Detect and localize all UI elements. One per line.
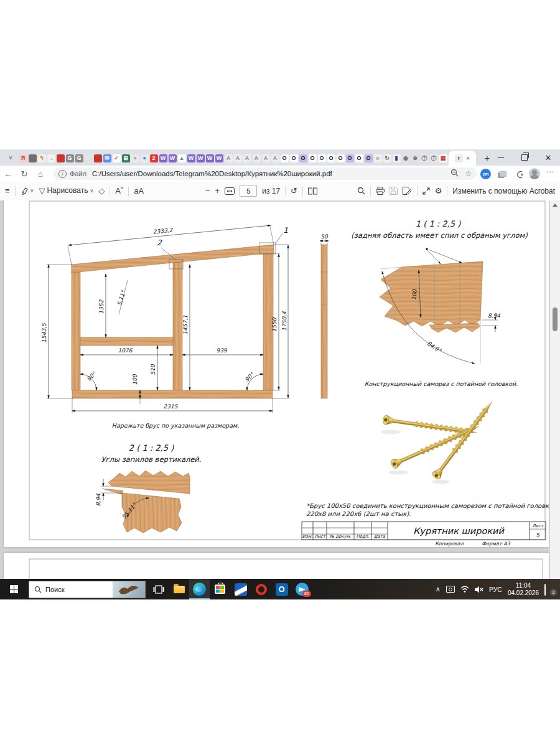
edit-with-acrobat-button[interactable]: Изменить с помощью Acrobat xyxy=(452,187,555,195)
toc-icon[interactable]: ≡ xyxy=(5,187,10,195)
task-view-button[interactable] xyxy=(148,579,169,599)
url-text[interactable]: C:/Users/user/Downloads/Telegram%20Deskt… xyxy=(92,170,444,177)
browser-tab-sheets-site[interactable]: ⊞ xyxy=(121,151,130,165)
clock[interactable]: 11:04 04.02.2026 xyxy=(508,582,539,597)
save-as-icon[interactable] xyxy=(403,187,412,195)
tray-chevron-icon[interactable]: ∧ xyxy=(436,585,441,593)
tray-display-icon[interactable] xyxy=(446,586,455,593)
page-info-icon[interactable]: i xyxy=(58,170,67,178)
vertical-scrollbar[interactable] xyxy=(549,200,560,579)
browser-tab-font-site[interactable]: A xyxy=(233,151,242,165)
language-indicator[interactable]: РУС xyxy=(489,586,502,593)
browser-tab-o-site-purple[interactable]: O xyxy=(299,151,307,165)
restore-button[interactable] xyxy=(513,149,536,166)
page-view-icon[interactable] xyxy=(308,187,317,195)
browser-tab-yandex[interactable]: Я xyxy=(19,151,27,165)
browser-tab-word-doc[interactable]: W xyxy=(215,151,223,165)
browser-tab-gray-globe-site[interactable]: ⊕ xyxy=(411,151,419,165)
zoom-in-icon[interactable]: + xyxy=(215,187,220,195)
highlighter-dropdown-icon[interactable]: ∨ xyxy=(30,187,34,195)
close-button[interactable]: ✕ xyxy=(536,149,560,166)
browser-tab-arrow-site[interactable]: → xyxy=(47,151,55,165)
browser-tab-font-site[interactable]: A xyxy=(271,151,279,165)
rotate-icon[interactable]: ↺ xyxy=(291,187,297,195)
eraser-icon[interactable]: ◇ xyxy=(98,187,105,195)
tab-close-icon[interactable]: × xyxy=(466,155,470,162)
print-icon[interactable] xyxy=(376,187,385,195)
search-highlight-image[interactable] xyxy=(113,581,145,598)
browser-tab-refresh-site[interactable]: ↻ xyxy=(383,151,391,165)
start-button[interactable] xyxy=(0,579,29,599)
browser-tab-word-doc[interactable]: W xyxy=(196,151,205,165)
browser-tab-pale-site[interactable] xyxy=(84,151,93,165)
browser-menu-icon[interactable]: ⋯ xyxy=(546,167,554,176)
draw-dropdown-icon[interactable]: ∨ xyxy=(90,187,93,195)
browser-tab-drive-site[interactable]: ▲ xyxy=(177,151,186,165)
reload-icon[interactable]: ↻ xyxy=(16,169,32,179)
add-text-icon[interactable]: Aˆ xyxy=(115,187,123,195)
store-button[interactable] xyxy=(210,579,230,599)
taskbar-search-input[interactable]: Поиск xyxy=(29,581,146,598)
search-document-icon[interactable] xyxy=(357,187,365,195)
settings-gear-icon[interactable]: ⚙ xyxy=(435,187,442,195)
tab-search-button[interactable]: ∨ xyxy=(4,151,17,164)
fullscreen-icon[interactable] xyxy=(422,187,430,195)
browser-tab-o-site[interactable]: O xyxy=(289,151,298,165)
browser-tab-gray-site[interactable] xyxy=(28,151,37,165)
minimize-button[interactable] xyxy=(489,149,513,166)
browser-tab-t-circle-site[interactable]: Ⓣ xyxy=(420,151,429,165)
browser-tab-t-circle-site[interactable]: Ⓣ xyxy=(429,151,438,165)
browser-tab-word-doc[interactable]: W xyxy=(159,151,167,165)
fit-width-icon[interactable] xyxy=(225,187,235,195)
volume-muted-icon[interactable] xyxy=(475,586,483,593)
browser-tab-check-site[interactable]: ✓ xyxy=(112,151,121,165)
draw-button[interactable]: ▽ Нарисовать ∨ xyxy=(39,187,93,195)
file-explorer-button[interactable] xyxy=(169,579,189,599)
browser-tab-font-site[interactable]: A xyxy=(224,151,233,165)
browser-tab-red-site[interactable] xyxy=(56,151,65,165)
browser-tab-word-doc[interactable]: W xyxy=(168,151,177,165)
browser-tab-orange-arrow-site[interactable]: ↰ xyxy=(37,151,46,165)
browser-tab-small-o-site[interactable]: o xyxy=(373,151,382,165)
browser-tab-o-site[interactable]: O xyxy=(280,151,289,165)
browser-essentials-icon[interactable] xyxy=(515,170,524,177)
favorite-star-icon[interactable]: ☆ xyxy=(465,169,472,178)
browser-tab-red-2-site[interactable]: 2 xyxy=(149,151,158,165)
browser-tab-circle-site[interactable]: ● xyxy=(131,151,139,165)
active-tab[interactable]: т × xyxy=(449,151,476,166)
browser-tab-red-site[interactable] xyxy=(93,151,102,165)
action-center-button[interactable]: 2 xyxy=(544,585,555,594)
browser-tab-blue-ball-site[interactable]: ● xyxy=(140,151,149,165)
browser-tab-o-site-purple[interactable]: O xyxy=(364,151,373,165)
browser-tab-mail-site[interactable]: ✉ xyxy=(103,151,111,165)
browser-tab-o-site-purple[interactable]: O xyxy=(345,151,354,165)
browser-tab-o-site[interactable]: O xyxy=(308,151,317,165)
blue-app-button[interactable] xyxy=(230,579,251,599)
browser-tab-gray-g-site[interactable]: G xyxy=(65,151,74,165)
scrollbar-thumb[interactable] xyxy=(553,308,558,331)
browser-tab-o-site[interactable]: O xyxy=(327,151,335,165)
zoom-page-icon[interactable] xyxy=(450,169,459,179)
browser-tab-word-doc[interactable]: W xyxy=(205,151,214,165)
read-aloud-icon[interactable]: аА xyxy=(134,187,144,195)
home-icon[interactable]: ⌂ xyxy=(32,169,49,179)
wifi-icon[interactable] xyxy=(460,586,469,593)
zoom-out-icon[interactable]: − xyxy=(205,187,210,195)
browser-tab-gray-g-site[interactable]: G xyxy=(75,151,83,165)
browser-tab-bookmark-site[interactable]: ▮ xyxy=(392,151,401,165)
highlighter-icon[interactable]: ∨ xyxy=(21,187,34,195)
url-field[interactable]: i Файл C:/Users/user/Downloads/Telegram%… xyxy=(54,167,477,180)
browser-tab-gray-circle-site[interactable]: ◉ xyxy=(401,151,410,165)
outlook-button[interactable]: O xyxy=(271,579,292,599)
browser-tab-o-site[interactable]: O xyxy=(317,151,326,165)
zm-extension-icon[interactable]: zm xyxy=(480,169,491,179)
pdf-viewer[interactable]: 2333,2 2 1 1543,5 1352 5,11° 1457,1 1550… xyxy=(0,200,560,579)
back-icon[interactable]: ← xyxy=(0,169,16,179)
browser-tab-font-site[interactable]: A xyxy=(252,151,261,165)
edge-button[interactable] xyxy=(189,579,210,599)
browser-tab-font-site[interactable]: A xyxy=(243,151,251,165)
browser-tab-o-site[interactable]: O xyxy=(355,151,363,165)
opera-button[interactable] xyxy=(251,579,271,599)
browser-tab-font-site[interactable]: A xyxy=(261,151,270,165)
profile-avatar[interactable] xyxy=(529,168,540,179)
